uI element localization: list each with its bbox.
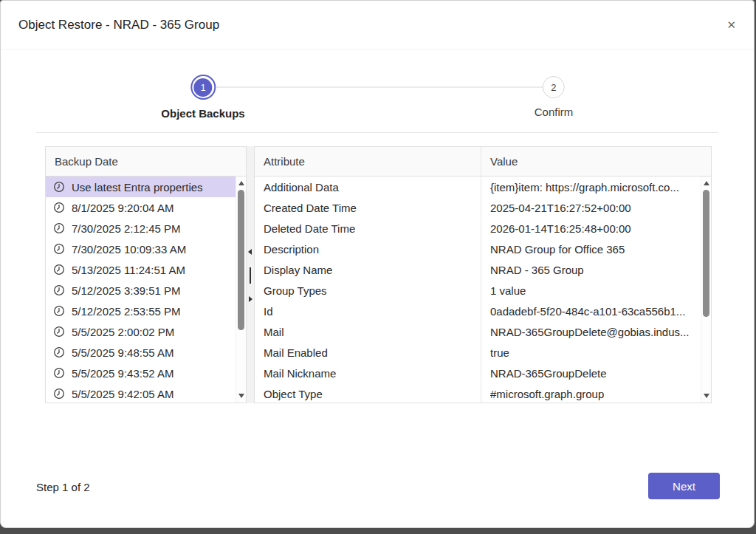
- value-column-header: Value: [481, 147, 711, 176]
- stepper-divider: [36, 132, 718, 133]
- value-cell: 0adadebf-5f20-484c-a101-63ca556b1...: [481, 301, 711, 321]
- attribute-table-scrollbar[interactable]: [701, 177, 711, 403]
- backup-date-label: 5/12/2025 3:39:51 PM: [72, 284, 181, 297]
- backup-date-label: Use latest Entra properties: [72, 181, 203, 194]
- attribute-row[interactable]: Deleted Date Time2026-01-14T16:25:48+00:…: [255, 218, 711, 239]
- backup-date-item[interactable]: 5/13/2025 11:24:51 AM: [46, 259, 236, 280]
- backup-date-label: 5/5/2025 9:43:52 AM: [72, 367, 173, 380]
- splitter-handle[interactable]: [250, 267, 251, 284]
- backup-date-item[interactable]: 5/12/2025 2:53:55 PM: [46, 301, 236, 321]
- attribute-cell: Mail Enabled: [255, 342, 481, 363]
- backup-date-label: 5/5/2025 9:48:55 AM: [72, 346, 173, 359]
- step-indicator: Step 1 of 2: [36, 481, 90, 493]
- backup-date-item[interactable]: 8/1/2025 9:20:04 AM: [46, 197, 236, 218]
- attribute-cell: Additional Data: [255, 177, 481, 197]
- backup-date-label: 7/30/2025 10:09:33 AM: [72, 243, 186, 256]
- value-cell: NRAD-365GroupDelete@gobias.indus...: [481, 321, 711, 342]
- backup-date-label: 5/13/2025 11:24:51 AM: [72, 264, 185, 276]
- backup-date-header: Backup Date: [46, 147, 246, 177]
- backup-date-item[interactable]: 5/5/2025 9:43:52 AM: [46, 363, 236, 383]
- attribute-row[interactable]: DescriptionNRAD Group for Office 365: [255, 239, 711, 259]
- attribute-value-panel: Attribute Value Additional Data{item}ite…: [254, 146, 712, 403]
- value-cell: 2025-04-21T16:27:52+00:00: [481, 197, 711, 218]
- value-cell: #microsoft.graph.group: [481, 383, 711, 403]
- attribute-row[interactable]: Mail NicknameNRAD-365GroupDelete: [255, 363, 711, 383]
- backup-date-label: 5/12/2025 2:53:55 PM: [72, 305, 181, 318]
- attribute-row[interactable]: Display NameNRAD - 365 Group: [255, 259, 711, 280]
- attribute-row[interactable]: Created Date Time2025-04-21T16:27:52+00:…: [255, 197, 711, 218]
- attribute-table-body: Additional Data{item}item: https://graph…: [255, 177, 711, 403]
- backup-date-panel: Backup Date Use latest Entra properties8…: [45, 146, 247, 403]
- attribute-row[interactable]: Object Type#microsoft.graph.group: [255, 383, 711, 403]
- attribute-cell: Mail: [255, 321, 481, 342]
- value-cell: true: [481, 342, 711, 363]
- close-icon[interactable]: ✕: [726, 19, 736, 30]
- clock-icon: [53, 305, 65, 317]
- backup-list-scrollbar[interactable]: [236, 177, 246, 403]
- attribute-cell: Id: [255, 301, 481, 321]
- attribute-cell: Display Name: [255, 259, 481, 280]
- backup-date-label: 8/1/2025 9:20:04 AM: [72, 202, 173, 214]
- attribute-row[interactable]: Mail Enabledtrue: [255, 342, 711, 363]
- clock-icon: [53, 181, 65, 193]
- clock-icon: [53, 264, 65, 275]
- collapse-right-icon[interactable]: [249, 296, 252, 302]
- clock-icon: [53, 222, 65, 234]
- panel-splitter[interactable]: [247, 146, 254, 403]
- step-1-circle: 1: [190, 75, 216, 100]
- dialog-titlebar: Object Restore - NRAD - 365 Group ✕: [1, 1, 754, 49]
- attribute-cell: Deleted Date Time: [255, 218, 481, 239]
- attribute-cell: Object Type: [255, 383, 481, 403]
- clock-icon: [53, 284, 65, 296]
- attribute-row[interactable]: Id0adadebf-5f20-484c-a101-63ca556b1...: [255, 301, 711, 321]
- dialog-title: Object Restore - NRAD - 365 Group: [18, 18, 219, 32]
- backup-date-item[interactable]: 5/5/2025 9:42:05 AM: [46, 383, 236, 403]
- scroll-up-icon[interactable]: [704, 181, 709, 185]
- object-restore-dialog: Object Restore - NRAD - 365 Group ✕ 1 Ob…: [0, 0, 755, 528]
- scroll-down-icon[interactable]: [238, 394, 244, 398]
- attribute-row[interactable]: Additional Data{item}item: https://graph…: [255, 177, 711, 197]
- clock-icon: [53, 367, 65, 379]
- wizard-stepper: 1 Object Backups 2 Confirm: [1, 49, 754, 132]
- attribute-row[interactable]: MailNRAD-365GroupDelete@gobias.indus...: [255, 321, 711, 342]
- backup-date-item[interactable]: 5/5/2025 2:00:02 PM: [46, 321, 236, 342]
- clock-icon: [53, 326, 65, 338]
- value-cell: 1 value: [481, 280, 711, 301]
- value-cell: NRAD - 365 Group: [481, 259, 711, 280]
- attribute-cell: Description: [255, 239, 481, 259]
- backup-date-item[interactable]: 7/30/2025 2:12:45 PM: [46, 218, 236, 239]
- step-object-backups[interactable]: 1 Object Backups: [161, 75, 244, 120]
- clock-icon: [53, 388, 65, 400]
- stepper-connector-line: [216, 86, 543, 88]
- attribute-cell: Created Date Time: [255, 197, 481, 218]
- value-cell: {item}item: https://graph.microsoft.co..…: [481, 177, 711, 197]
- value-cell: 2026-01-14T16:25:48+00:00: [481, 218, 711, 239]
- backup-date-item[interactable]: 5/5/2025 9:48:55 AM: [46, 342, 236, 363]
- backup-date-item[interactable]: Use latest Entra properties: [46, 177, 236, 197]
- backup-date-item[interactable]: 7/30/2025 10:09:33 AM: [46, 239, 236, 259]
- value-cell: NRAD-365GroupDelete: [481, 363, 711, 383]
- clock-icon: [53, 243, 65, 255]
- value-cell: NRAD Group for Office 365: [481, 239, 711, 259]
- step-1-label: Object Backups: [161, 107, 244, 120]
- scrollbar-thumb[interactable]: [238, 190, 244, 330]
- collapse-left-icon[interactable]: [248, 249, 252, 255]
- step-confirm[interactable]: 2 Confirm: [535, 75, 574, 118]
- step-2-label: Confirm: [535, 106, 574, 118]
- backup-date-label: 7/30/2025 2:12:45 PM: [72, 222, 181, 235]
- attribute-row[interactable]: Group Types1 value: [255, 280, 711, 301]
- attribute-table-header: Attribute Value: [255, 147, 711, 177]
- step-1-number: 1: [194, 78, 213, 97]
- clock-icon: [53, 346, 65, 358]
- scrollbar-thumb[interactable]: [703, 190, 709, 317]
- scroll-down-icon[interactable]: [704, 394, 709, 398]
- backup-date-item[interactable]: 5/12/2025 3:39:51 PM: [46, 280, 236, 301]
- step-2-circle: 2: [543, 76, 565, 98]
- attribute-cell: Group Types: [255, 280, 481, 301]
- next-button[interactable]: Next: [648, 473, 720, 499]
- backup-date-list: Use latest Entra properties8/1/2025 9:20…: [46, 177, 236, 403]
- attribute-cell: Mail Nickname: [255, 363, 481, 383]
- scroll-up-icon[interactable]: [238, 181, 244, 185]
- clock-icon: [53, 202, 65, 213]
- attribute-column-header: Attribute: [255, 147, 481, 176]
